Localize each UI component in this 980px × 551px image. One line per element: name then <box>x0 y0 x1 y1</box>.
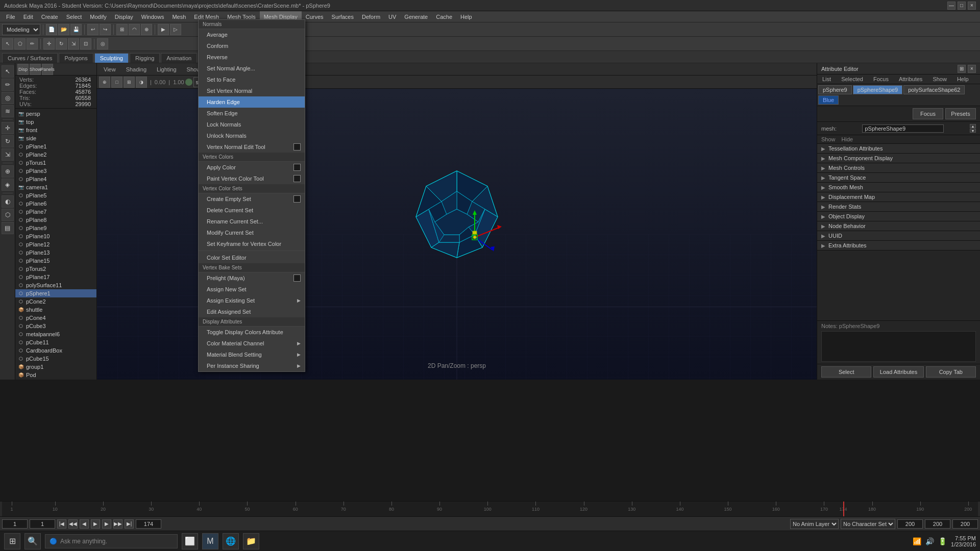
frame-end-input[interactable] <box>897 519 923 529</box>
ctx-rename-current-set[interactable]: Rename Current Set... <box>199 216 305 227</box>
ctx-color-material-channel[interactable]: Color Material Channel ▶ <box>199 338 305 349</box>
outliner-item[interactable]: ⬡ pSphere1 <box>15 289 96 297</box>
outliner-item[interactable]: ⬡ pPlane9 <box>15 224 96 232</box>
cortana-search[interactable]: 🔵 Ask me anything. <box>45 534 178 548</box>
presets-btn[interactable]: Presets <box>945 108 976 119</box>
ctx-apply-color[interactable]: Apply Color <box>199 162 305 173</box>
ctx-prelight[interactable]: Prelight (Maya) <box>199 272 305 284</box>
chrome-btn[interactable]: 🌐 <box>223 533 239 549</box>
snap-to-grid-btn[interactable]: ⊞ <box>116 24 128 35</box>
node-tab-psphere9[interactable]: pSphere9 <box>818 85 852 94</box>
outliner-item[interactable]: ⬡ pTorus1 <box>15 159 96 167</box>
ctx-conform[interactable]: Conform <box>199 40 305 52</box>
outliner-item[interactable]: 📷 front <box>15 126 96 134</box>
ctx-color-set-editor[interactable]: Color Set Editor <box>199 252 305 263</box>
outliner-item[interactable]: ⬡ metalpannel6 <box>15 330 96 338</box>
attr-float-btn[interactable]: ⊞ <box>958 65 966 73</box>
attr-tab-help[interactable]: Help <box>952 74 974 84</box>
start-btn[interactable]: ⊞ <box>4 533 20 549</box>
ctx-per-instance-sharing[interactable]: Per Instance Sharing ▶ <box>199 360 305 371</box>
minimize-btn[interactable]: — <box>947 2 955 10</box>
outliner-item[interactable]: ⬡ pPlane4 <box>15 175 96 183</box>
outliner-item[interactable]: 📷 camera1 <box>15 183 96 191</box>
frame-start-input[interactable] <box>2 519 28 529</box>
node-tab-blue[interactable]: Blue <box>818 95 839 105</box>
move-tool[interactable]: ✛ <box>43 38 55 49</box>
outliner-item[interactable]: ⬡ pPlane2 <box>15 151 96 159</box>
next-key-btn[interactable]: ▶▶ <box>113 519 122 529</box>
outliner-item[interactable]: ⬡ pCube11 <box>15 338 96 346</box>
window-controls[interactable]: — □ × <box>947 2 976 10</box>
menu-deform[interactable]: Deform <box>358 11 384 22</box>
paint-select[interactable]: ✏ <box>27 38 38 49</box>
outliner-item[interactable]: 📷 persp <box>15 110 96 118</box>
ipr-btn[interactable]: ▷ <box>170 24 181 35</box>
menu-cache[interactable]: Cache <box>432 11 456 22</box>
task-view-btn[interactable]: ⬜ <box>182 533 198 549</box>
show-manip-btn[interactable]: ◐ <box>2 195 14 208</box>
undo-btn[interactable]: ↩ <box>87 24 99 35</box>
cam-film-btn[interactable]: □ <box>111 77 122 88</box>
outliner-panels-btn[interactable]: Panels <box>42 64 53 75</box>
snap-btn[interactable]: ⊕ <box>2 165 14 178</box>
attr-tab-selected[interactable]: Selected <box>836 74 868 84</box>
attr-close-btn[interactable]: × <box>968 65 976 73</box>
menu-select[interactable]: Select <box>62 11 86 22</box>
menu-curves[interactable]: Curves <box>302 11 328 22</box>
outliner-item[interactable]: ⬡ pPlane5 <box>15 191 96 199</box>
soft-select[interactable]: ◎ <box>97 38 108 49</box>
save-scene-btn[interactable]: 💾 <box>70 24 82 35</box>
ctx-set-keyframe[interactable]: Set Keyframe for Vertex Color <box>199 238 305 249</box>
mesh-name-arrows[interactable]: ▲ ▼ <box>970 124 976 133</box>
attr-header-controls[interactable]: ⊞ × <box>958 65 976 73</box>
attr-sec-displacement[interactable]: ▶ Displacement Map <box>817 192 980 202</box>
paint-tool-btn[interactable]: ✏ <box>2 79 14 91</box>
attr-sec-tessellation[interactable]: ▶ Tessellation Attributes <box>817 144 980 154</box>
new-scene-btn[interactable]: 📄 <box>46 24 57 35</box>
cam-hud-btn[interactable]: ◑ <box>136 77 147 88</box>
ctx-set-vertex-normal[interactable]: Set Vertex Normal <box>199 85 305 96</box>
ctx-average[interactable]: Average <box>199 29 305 40</box>
move-manip-btn[interactable]: ✛ <box>2 122 14 134</box>
copy-tab-btn[interactable]: Copy Tab <box>926 366 976 378</box>
frame-current-input[interactable] <box>30 519 55 529</box>
tab-curves-surfaces[interactable]: Curves / Surfaces <box>2 53 58 63</box>
cam-attr-btn[interactable]: ⊕ <box>99 77 110 88</box>
maya-app-btn[interactable]: M <box>202 533 218 549</box>
transform-tool[interactable]: ⊡ <box>80 38 91 49</box>
outliner-show-btn[interactable]: Show <box>30 64 41 75</box>
attr-tab-show[interactable]: Show <box>927 74 952 84</box>
ctx-set-normal-angle[interactable]: Set Normal Angle... <box>199 63 305 74</box>
menu-modify[interactable]: Modify <box>86 11 110 22</box>
workspace-selector[interactable]: Modeling <box>2 24 40 35</box>
soft-sel-btn[interactable]: ◈ <box>2 179 14 191</box>
menu-generate[interactable]: Generate <box>400 11 432 22</box>
vp-tab-view[interactable]: View <box>99 65 120 74</box>
scale-tool[interactable]: ⇲ <box>68 38 79 49</box>
menu-help[interactable]: Help <box>456 11 476 22</box>
tab-sculpting[interactable]: Sculpting <box>94 53 129 63</box>
ctx-assign-new-set[interactable]: Assign New Set <box>199 284 305 295</box>
mesh-up-arrow[interactable]: ▲ <box>970 124 976 128</box>
vp-tab-lighting[interactable]: Lighting <box>152 65 181 74</box>
ctx-set-to-face[interactable]: Set to Face <box>199 74 305 85</box>
outliner-item[interactable]: ⬡ pPlane8 <box>15 216 96 224</box>
redo-btn[interactable]: ↪ <box>100 24 111 35</box>
outliner-item[interactable]: 📦 group1 <box>15 363 96 371</box>
outliner-item[interactable]: 📦 Pod <box>15 371 96 379</box>
outliner-item[interactable]: ⬡ pPlane6 <box>15 199 96 208</box>
menu-windows[interactable]: Windows <box>137 11 168 22</box>
menu-file[interactable]: File <box>2 11 19 22</box>
outliner-item[interactable]: ⬡ pPlane13 <box>15 248 96 257</box>
mesh-name-input[interactable] <box>862 124 944 133</box>
maximize-btn[interactable]: □ <box>958 2 966 10</box>
prev-key-btn[interactable]: ◀◀ <box>68 519 78 529</box>
attr-sec-tangent[interactable]: ▶ Tangent Space <box>817 173 980 183</box>
explorer-btn[interactable]: 📁 <box>243 533 259 549</box>
outliner-item[interactable]: ⬡ pTorus2 <box>15 265 96 273</box>
attr-sec-node-behavior[interactable]: ▶ Node Behavior <box>817 221 980 231</box>
prev-frame-start-btn[interactable]: |◀ <box>57 519 66 529</box>
close-btn[interactable]: × <box>968 2 976 10</box>
ctx-unlock-normals[interactable]: Unlock Normals <box>199 130 305 141</box>
select-tool-btn[interactable]: ↖ <box>2 65 14 78</box>
